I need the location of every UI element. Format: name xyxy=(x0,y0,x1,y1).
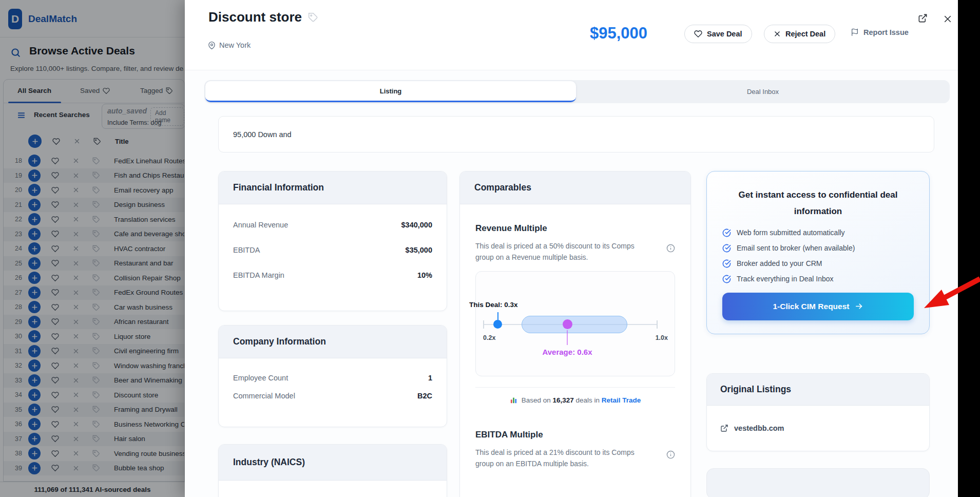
info-row: EBITDA Margin10% xyxy=(233,271,432,279)
cim-benefit-text: Web form submitted automatically xyxy=(737,228,845,237)
check-circle-icon xyxy=(722,275,731,283)
cim-benefit-text: Broker added to your CRM xyxy=(737,259,822,267)
detail-tabbar: Listing Deal Inbox xyxy=(204,80,950,103)
info-row-value: B2C xyxy=(417,392,432,400)
info-row: Employee Count1 xyxy=(233,374,432,382)
flag-icon xyxy=(851,28,859,36)
card-title: Industry (NAICS) xyxy=(219,445,447,481)
financial-information-card: Financial Information Annual Revenue$340… xyxy=(218,171,447,311)
cim-button-label: 1-Click CIM Request xyxy=(773,302,849,311)
deals-sidebar: D DealMatch Browse Active Deals Explore … xyxy=(0,0,185,497)
comparables-card: Comparables Revenue Multiple This deal i… xyxy=(459,171,691,497)
info-row: Annual Revenue$340,000 xyxy=(233,221,432,229)
card-title: Original Listings xyxy=(707,374,929,406)
card-title: Company Information xyxy=(219,326,447,358)
slider-tick-min xyxy=(483,320,484,329)
check-circle-icon xyxy=(722,228,731,237)
bar-chart-icon xyxy=(510,396,517,404)
external-link-icon xyxy=(720,424,728,432)
close-icon[interactable] xyxy=(943,14,952,24)
tab-label: Listing xyxy=(380,87,402,95)
location-pin-icon xyxy=(208,42,216,49)
info-row-label: Commercial Model xyxy=(233,392,295,400)
deal-summary-card: 95,000 Down and xyxy=(218,116,934,152)
cim-benefit-item: Track everything in Deal Inbox xyxy=(722,275,914,283)
check-circle-icon xyxy=(722,244,731,253)
save-deal-button[interactable]: Save Deal xyxy=(684,25,752,43)
card-title: Comparables xyxy=(460,171,690,204)
reject-deal-label: Reject Deal xyxy=(785,30,825,38)
slider-tick-max xyxy=(657,320,658,329)
screen-edge-black-strip xyxy=(958,0,980,497)
info-row-value: 1 xyxy=(428,374,432,382)
comps-range-band xyxy=(522,316,627,333)
info-row: EBITDA$35,000 xyxy=(233,246,432,254)
company-information-card: Company Information Employee Count1Comme… xyxy=(218,325,447,427)
ebitda-multiple-description: This deal is priced at a 21% discount to… xyxy=(475,447,636,469)
deal-count: 16,327 xyxy=(552,396,573,404)
cim-benefit-item: Web form submitted automatically xyxy=(722,228,914,237)
slider-max-label: 1.0x xyxy=(656,334,668,341)
revenue-multiple-slider: This Deal: 0.3x 0.2x 1.0x xyxy=(475,271,675,376)
deal-title-text: Discount store xyxy=(208,9,302,25)
original-listings-card: Original Listings vestedbb.com xyxy=(706,373,930,451)
revenue-multiple-heading: Revenue Multiple xyxy=(475,223,675,234)
based-on-text: Based on 16,327 deals in Retail Trade xyxy=(522,396,641,404)
average-marker-line xyxy=(567,330,568,345)
cim-benefit-text: Track everything in Deal Inbox xyxy=(737,275,834,283)
info-icon[interactable] xyxy=(666,450,675,459)
deal-price: $95,000 xyxy=(590,24,647,43)
deal-location: New York xyxy=(208,41,251,49)
info-row-label: EBITDA xyxy=(233,246,260,254)
report-issue-label: Report Issue xyxy=(863,28,909,36)
info-row-value: $340,000 xyxy=(401,221,432,229)
tab-listing[interactable]: Listing xyxy=(205,81,576,102)
cim-access-card: Get instant access to confidential deal … xyxy=(706,171,930,334)
check-circle-icon xyxy=(722,259,731,268)
deal-value-dot[interactable] xyxy=(493,320,502,329)
average-label: Average: 0.6x xyxy=(511,348,624,356)
original-listing-url: vestedbb.com xyxy=(734,424,784,432)
heart-icon xyxy=(694,30,702,38)
x-icon xyxy=(774,30,781,37)
tag-icon[interactable] xyxy=(308,12,318,23)
deal-detail-panel: Discount store New York $95,000 Save Dea… xyxy=(185,0,958,497)
location-text: New York xyxy=(219,41,251,49)
cim-benefit-item: Email sent to broker (when available) xyxy=(722,244,914,253)
slider-min-label: 0.2x xyxy=(483,334,495,341)
info-icon[interactable] xyxy=(666,244,675,253)
info-row-value: $35,000 xyxy=(406,246,432,254)
info-row: Commercial ModelB2C xyxy=(233,392,432,400)
revenue-multiple-description: This deal is priced at a 50% discount to… xyxy=(475,241,636,263)
one-click-cim-request-button[interactable]: 1-Click CIM Request xyxy=(722,293,914,320)
card-title: Financial Information xyxy=(219,171,447,204)
industry-naics-card: Industry (NAICS) xyxy=(218,444,447,497)
next-card-stub xyxy=(706,468,930,497)
open-external-icon[interactable] xyxy=(918,13,928,23)
deal-header: Discount store New York $95,000 Save Dea… xyxy=(185,0,958,70)
app-canvas: D DealMatch Browse Active Deals Explore … xyxy=(0,0,980,497)
deal-content: Listing Deal Inbox 95,000 Down and Finan… xyxy=(185,70,958,497)
divider xyxy=(475,387,675,388)
info-row-label: Employee Count xyxy=(233,374,288,382)
industry-link[interactable]: Retail Trade xyxy=(602,396,641,404)
arrow-right-icon xyxy=(855,302,863,311)
modal-dim-overlay[interactable] xyxy=(0,0,185,497)
cim-benefit-text: Email sent to broker (when available) xyxy=(737,244,855,252)
tab-deal-inbox[interactable]: Deal Inbox xyxy=(577,80,949,103)
info-row-value: 10% xyxy=(417,271,432,279)
info-row-label: EBITDA Margin xyxy=(233,271,284,279)
report-issue-button[interactable]: Report Issue xyxy=(851,28,909,36)
this-deal-label: This Deal: 0.3x xyxy=(469,301,518,309)
deal-summary-text: 95,000 Down and xyxy=(233,130,292,139)
original-listing-link[interactable]: vestedbb.com xyxy=(720,424,916,432)
deal-marker-line xyxy=(497,312,498,320)
save-deal-label: Save Deal xyxy=(707,30,742,38)
cim-benefit-item: Broker added to your CRM xyxy=(722,259,914,268)
deal-title: Discount store xyxy=(208,9,318,25)
reject-deal-button[interactable]: Reject Deal xyxy=(764,25,835,43)
tab-label: Deal Inbox xyxy=(747,88,779,95)
info-row-label: Annual Revenue xyxy=(233,221,288,229)
ebitda-multiple-heading: EBITDA Multiple xyxy=(475,430,675,440)
based-on-row: Based on 16,327 deals in Retail Trade xyxy=(475,396,675,404)
